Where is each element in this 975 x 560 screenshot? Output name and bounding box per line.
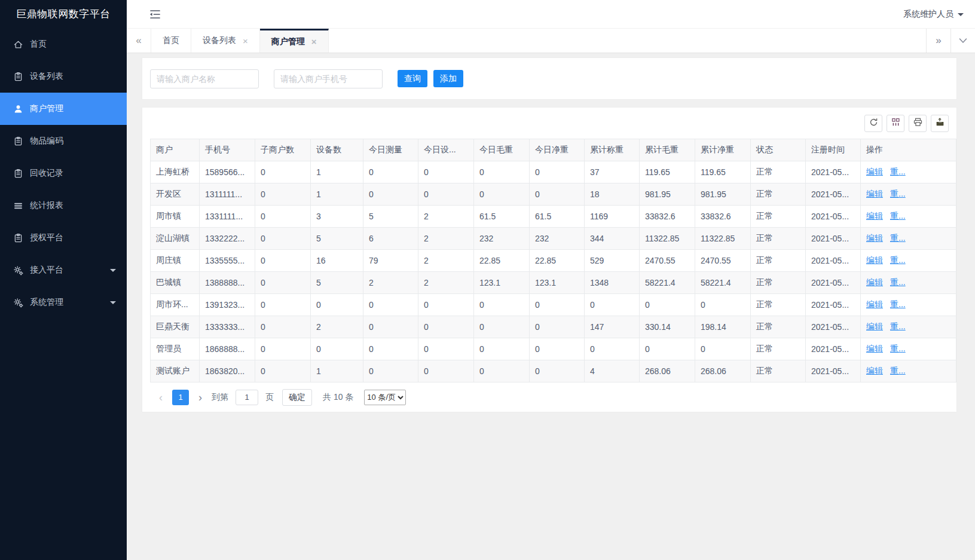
edit-link[interactable]: 编辑 bbox=[866, 366, 883, 375]
actions-cell: 编辑重... bbox=[861, 272, 956, 294]
table-cell: 0 bbox=[418, 161, 474, 183]
reset-link[interactable]: 重... bbox=[890, 233, 906, 243]
sidebar-item[interactable]: 系统管理 bbox=[0, 286, 127, 319]
edit-link[interactable]: 编辑 bbox=[866, 322, 883, 331]
app-title: 巨鼎物联网数字平台 bbox=[0, 0, 127, 28]
home-icon bbox=[13, 39, 23, 50]
reset-link[interactable]: 重... bbox=[890, 189, 906, 198]
tab[interactable]: 设备列表 × bbox=[191, 29, 260, 53]
sidebar-item-label: 授权平台 bbox=[30, 232, 63, 243]
tabs-menu-icon[interactable] bbox=[950, 29, 975, 53]
query-button[interactable]: 查询 bbox=[398, 70, 427, 87]
column-settings-button[interactable] bbox=[887, 115, 904, 132]
table-cell: 0 bbox=[640, 294, 695, 316]
sidebar-item-label: 接入平台 bbox=[30, 265, 63, 276]
print-button[interactable] bbox=[909, 115, 927, 132]
user-menu[interactable]: 系统维护人员 bbox=[903, 9, 964, 20]
actions-cell: 编辑重... bbox=[861, 360, 956, 382]
confirm-page-button[interactable]: 确定 bbox=[282, 389, 312, 406]
export-button[interactable] bbox=[931, 115, 949, 132]
sidebar-item[interactable]: 商户管理 bbox=[0, 93, 127, 125]
merchant-table: 商户手机号子商户数设备数今日测量今日设...今日毛重今日净重累计称重累计毛重累计… bbox=[150, 139, 956, 382]
table-cell: 2021-05... bbox=[806, 228, 861, 250]
table-cell: 232 bbox=[474, 228, 530, 250]
sidebar-item[interactable]: 物品编码 bbox=[0, 125, 127, 157]
page-size-select[interactable]: 10 条/页 bbox=[364, 390, 406, 405]
table-row: 周庄镇1335555...01679222.8522.855292470.552… bbox=[151, 250, 956, 272]
sidebar-item[interactable]: 回收记录 bbox=[0, 157, 127, 189]
table-cell: 1348 bbox=[585, 272, 640, 294]
table-cell: 18 bbox=[585, 183, 640, 206]
sidebar-item[interactable]: 统计报表 bbox=[0, 189, 127, 222]
sidebar-item-label: 统计报表 bbox=[30, 200, 63, 211]
table-cell: 16 bbox=[311, 250, 363, 272]
tabs-scroll-right-icon[interactable]: » bbox=[926, 29, 950, 53]
reset-link[interactable]: 重... bbox=[890, 277, 906, 287]
edit-link[interactable]: 编辑 bbox=[866, 277, 883, 287]
merchant-phone-input[interactable] bbox=[274, 69, 383, 88]
tab[interactable]: 商户管理 × bbox=[260, 29, 329, 53]
column-header: 手机号 bbox=[200, 139, 255, 161]
table-row: 周市环...1391323...000000000正常2021-05...编辑重… bbox=[151, 294, 956, 316]
reset-link[interactable]: 重... bbox=[890, 366, 906, 375]
refresh-button[interactable] bbox=[864, 115, 882, 132]
sidebar-item[interactable]: 设备列表 bbox=[0, 60, 127, 93]
edit-link[interactable]: 编辑 bbox=[866, 233, 883, 243]
table-cell: 0 bbox=[474, 360, 530, 382]
table-cell: 0 bbox=[474, 338, 530, 360]
edit-link[interactable]: 编辑 bbox=[866, 167, 883, 176]
app-root: 巨鼎物联网数字平台 首页 设备列表 商户管理 物品编码 回收记录 统计报表 授权… bbox=[0, 0, 975, 560]
tab-label: 设备列表 bbox=[203, 35, 236, 46]
prev-page-icon[interactable]: ‹ bbox=[153, 392, 169, 403]
merchant-person-icon bbox=[13, 104, 23, 114]
page-number-input[interactable] bbox=[236, 390, 258, 405]
reset-link[interactable]: 重... bbox=[890, 322, 906, 331]
item-code-icon bbox=[13, 136, 23, 146]
sidebar-item[interactable]: 授权平台 bbox=[0, 222, 127, 254]
close-icon[interactable]: × bbox=[243, 36, 248, 45]
table-cell: 2 bbox=[418, 250, 474, 272]
table-cell: 0 bbox=[418, 294, 474, 316]
table-cell: 5 bbox=[363, 206, 418, 228]
edit-link[interactable]: 编辑 bbox=[866, 211, 883, 221]
tabs-scroll-left-icon[interactable]: « bbox=[127, 29, 151, 53]
tab-label: 商户管理 bbox=[271, 36, 305, 47]
edit-link[interactable]: 编辑 bbox=[866, 255, 883, 265]
table-cell: 2021-05... bbox=[806, 161, 861, 183]
table-row: 管理员1868888...000000000正常2021-05...编辑重... bbox=[151, 338, 956, 360]
sidebar-item[interactable]: 接入平台 bbox=[0, 254, 127, 286]
tab[interactable]: 首页 bbox=[151, 29, 191, 53]
table-cell: 58221.4 bbox=[695, 272, 751, 294]
actions-cell: 编辑重... bbox=[861, 161, 956, 183]
table-cell: 0 bbox=[695, 294, 751, 316]
column-header: 累计净重 bbox=[695, 139, 751, 161]
chevron-down-icon bbox=[110, 269, 116, 272]
table-toolbar bbox=[142, 108, 956, 139]
edit-link[interactable]: 编辑 bbox=[866, 344, 883, 353]
table-cell: 2021-05... bbox=[806, 360, 861, 382]
table-cell: 4 bbox=[585, 360, 640, 382]
merchant-name-input[interactable] bbox=[150, 69, 259, 88]
tab-bar: « 首页 设备列表 × 商户管理 × » bbox=[127, 29, 975, 53]
next-page-icon[interactable]: › bbox=[192, 392, 208, 403]
table-cell: 2021-05... bbox=[806, 206, 861, 228]
add-button[interactable]: 添加 bbox=[433, 70, 463, 87]
close-icon[interactable]: × bbox=[311, 37, 317, 46]
reset-link[interactable]: 重... bbox=[890, 299, 906, 309]
reset-link[interactable]: 重... bbox=[890, 344, 906, 353]
table-cell: 0 bbox=[311, 338, 363, 360]
system-gear-icon bbox=[13, 298, 23, 308]
reset-link[interactable]: 重... bbox=[890, 211, 906, 221]
table-cell: 1333333... bbox=[200, 316, 255, 338]
edit-link[interactable]: 编辑 bbox=[866, 189, 883, 198]
current-page-button[interactable]: 1 bbox=[172, 390, 189, 405]
column-header: 累计毛重 bbox=[640, 139, 695, 161]
table-cell: 正常 bbox=[751, 316, 806, 338]
sidebar-collapse-icon[interactable] bbox=[148, 8, 161, 21]
search-panel: 查询 添加 bbox=[142, 57, 957, 100]
sidebar-item[interactable]: 首页 bbox=[0, 28, 127, 60]
edit-link[interactable]: 编辑 bbox=[866, 299, 883, 309]
table-cell: 1335555... bbox=[200, 250, 255, 272]
reset-link[interactable]: 重... bbox=[890, 167, 906, 176]
reset-link[interactable]: 重... bbox=[890, 255, 906, 265]
